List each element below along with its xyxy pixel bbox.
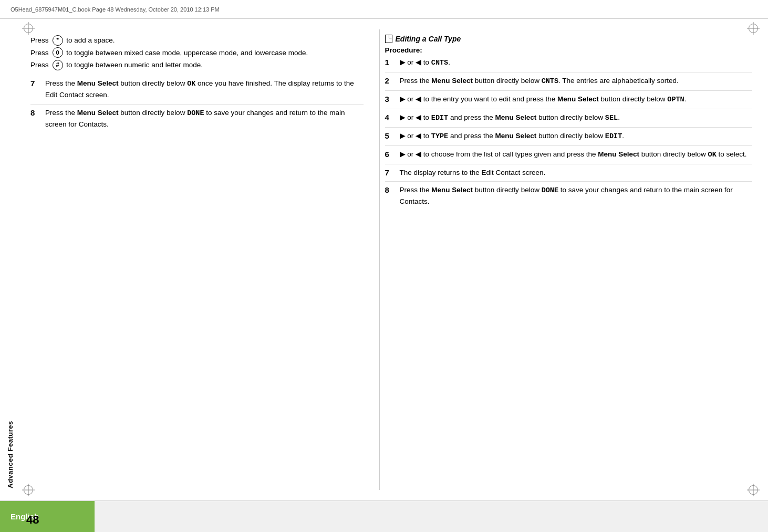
section-title-text: Editing a Call Type [396,35,461,43]
step-num-8-left: 8 [30,108,45,117]
press-star-text: to add a space. [65,35,115,46]
right-step-8: 8 Press the Menu Select button directly … [385,185,752,211]
language-label: English [0,501,95,532]
left-step-7: 7 Press the Menu Select button directly … [30,78,364,105]
step-text-4: ▶ or ◀ to EDIT and press the Menu Select… [400,112,752,124]
bottom-bar: English 48 [0,500,768,532]
right-step-5: 5 ▶ or ◀ to TYPE and press the Menu Sele… [385,131,752,146]
step-num-5: 5 [385,131,400,140]
press-line-zero: Press 0 to toggle between mixed case mod… [30,47,364,59]
page-header: O5Head_6875947M01_C.book Page 48 Wednesd… [0,0,768,19]
key-star: * [53,35,63,46]
right-step-4: 4 ▶ or ◀ to EDIT and press the Menu Sele… [385,112,752,128]
press-word: Press [30,35,49,46]
step-text-6: ▶ or ◀ to choose from the list of call t… [400,149,752,161]
step-text-1: ▶ or ◀ to CNTS. [400,57,752,69]
press-word-3: Press [30,59,49,71]
press-zero-text: to toggle between mixed case mode, upper… [65,47,308,59]
step-text-7-left: Press the Menu Select button directly be… [45,78,364,101]
key-hash: # [53,60,63,70]
step-text-2: Press the Menu Select button directly be… [400,76,752,87]
section-title: Editing a Call Type [385,35,752,43]
step-num-1: 1 [385,57,400,67]
left-step-8: 8 Press the Menu Select button directly … [30,108,364,133]
header-text: O5Head_6875947M01_C.book Page 48 Wednesd… [11,6,220,13]
step-num-8-right: 8 [385,185,400,194]
right-step-3: 3 ▶ or ◀ to the entry you want to edit a… [385,94,752,109]
side-tab-label: Advanced Features [6,421,14,488]
page-number: 48 [26,513,39,527]
press-word-2: Press [30,47,49,59]
step-num-7-right: 7 [385,168,400,177]
press-lines-block: Press * to add a space. Press 0 to toggl… [30,35,364,71]
press-line-hash: Press # to toggle between numeric and le… [30,59,364,71]
press-hash-text: to toggle between numeric and letter mod… [65,59,203,71]
left-column: Press * to add a space. Press 0 to toggl… [20,29,379,490]
step-num-7-left: 7 [30,78,45,88]
step-num-4: 4 [385,112,400,122]
side-tab: Advanced Features [0,19,20,532]
right-step-7: 7 The display returns to the Edit Contac… [385,168,752,182]
step-text-3: ▶ or ◀ to the entry you want to edit and… [400,94,752,106]
step-num-2: 2 [385,76,400,85]
step-text-5: ▶ or ◀ to TYPE and press the Menu Select… [400,131,752,142]
step-text-8-left: Press the Menu Select button directly be… [45,108,364,130]
step-num-3: 3 [385,94,400,103]
right-step-1: 1 ▶ or ◀ to CNTS. [385,57,752,72]
doc-icon [385,35,392,43]
step-text-8-right: Press the Menu Select button directly be… [400,185,752,207]
step-text-7-right: The display returns to the Edit Contact … [400,168,752,179]
key-zero: 0 [53,47,63,58]
press-line-star: Press * to add a space. [30,35,364,46]
procedure-label: Procedure: [385,46,752,54]
step-num-6: 6 [385,149,400,159]
main-content: Press * to add a space. Press 0 to toggl… [20,19,768,500]
right-step-2: 2 Press the Menu Select button directly … [385,76,752,91]
right-column: Editing a Call Type Procedure: 1 ▶ or ◀ … [379,29,768,490]
right-step-6: 6 ▶ or ◀ to choose from the list of call… [385,149,752,164]
